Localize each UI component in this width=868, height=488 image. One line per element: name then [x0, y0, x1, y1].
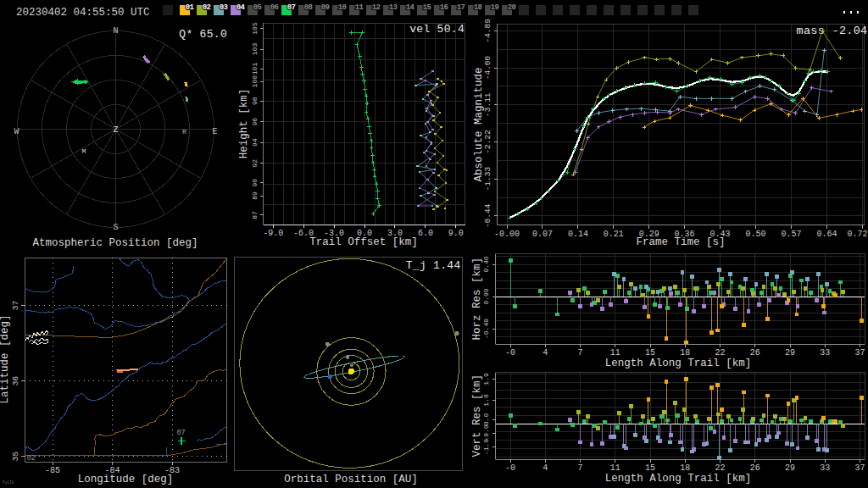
svg-text:Absolute Magnitude: Absolute Magnitude: [473, 67, 485, 181]
svg-text:Q* 65.0: Q* 65.0: [179, 28, 227, 41]
svg-text:15: 15: [423, 3, 431, 12]
svg-text:Vert Res [km]: Vert Res [km]: [471, 374, 483, 458]
svg-text:15: 15: [645, 348, 655, 358]
svg-text:96: 96: [251, 118, 259, 126]
svg-text:vel 50.4: vel 50.4: [409, 23, 465, 36]
svg-text:11: 11: [610, 348, 620, 358]
svg-text:0.72: 0.72: [847, 230, 867, 239]
svg-text:1.0: 1.0: [482, 394, 490, 407]
svg-text:33: 33: [820, 348, 830, 358]
svg-text:Z: Z: [113, 125, 118, 135]
svg-text:9.0: 9.0: [448, 229, 464, 238]
svg-text:07: 07: [176, 429, 185, 437]
svg-text:20230402 04:55:50 UTC: 20230402 04:55:50 UTC: [16, 7, 150, 19]
svg-text:87: 87: [251, 211, 259, 219]
svg-text:-85: -85: [45, 466, 60, 475]
svg-text:101: 101: [251, 63, 259, 75]
svg-text:18: 18: [474, 3, 482, 12]
svg-text:15: 15: [645, 463, 655, 473]
svg-text:E: E: [212, 127, 217, 136]
svg-text:14: 14: [406, 3, 415, 12]
svg-text:05: 05: [253, 3, 262, 12]
svg-text:90: 90: [251, 179, 259, 187]
svg-text:37: 37: [854, 463, 865, 473]
svg-text:0.21: 0.21: [604, 230, 624, 239]
svg-text:33: 33: [820, 463, 830, 473]
svg-text:7: 7: [578, 348, 583, 358]
svg-text:1.9: 1.9: [482, 373, 490, 385]
svg-text:Height [km]: Height [km]: [238, 89, 250, 159]
svg-text:4: 4: [542, 348, 548, 358]
svg-text:03: 03: [220, 3, 228, 12]
svg-text:22: 22: [715, 463, 725, 473]
svg-text:02: 02: [203, 3, 211, 12]
svg-text:Longitude [deg]: Longitude [deg]: [78, 474, 174, 485]
svg-text:0.50: 0.50: [745, 230, 765, 239]
svg-text:13: 13: [389, 3, 398, 12]
svg-text:FyLIG: FyLIG: [3, 480, 14, 485]
svg-text:-0.40: -0.40: [482, 319, 490, 339]
svg-text:-0.44: -0.44: [483, 203, 492, 228]
svg-text:0.0: 0.0: [482, 413, 490, 426]
svg-text:37: 37: [854, 348, 865, 358]
svg-text:N: N: [113, 26, 118, 36]
svg-text:S: S: [113, 223, 118, 232]
svg-text:Length Along Trail [km]: Length Along Trail [km]: [605, 473, 752, 485]
svg-text:M: M: [82, 147, 86, 155]
svg-text:18: 18: [680, 348, 690, 358]
svg-text:103: 103: [251, 43, 259, 56]
svg-text:94: 94: [251, 138, 259, 147]
svg-text:Length Along Trail [km]: Length Along Trail [km]: [605, 358, 752, 369]
svg-text:0.00: 0.00: [482, 288, 490, 304]
svg-text:-4.89: -4.89: [483, 19, 492, 43]
svg-text:17: 17: [457, 3, 465, 12]
svg-text:29: 29: [785, 348, 795, 358]
svg-text:Atmospheric Position [deg]: Atmospheric Position [deg]: [32, 237, 198, 249]
svg-text:0.14: 0.14: [568, 230, 588, 239]
svg-text:R: R: [182, 128, 186, 136]
svg-text:Trail Offset [km]: Trail Offset [km]: [309, 236, 418, 248]
svg-text:100: 100: [251, 75, 259, 88]
svg-text:09: 09: [321, 3, 330, 12]
svg-text:04: 04: [236, 3, 246, 12]
svg-text:6.0: 6.0: [418, 229, 433, 238]
svg-text:0.57: 0.57: [781, 230, 801, 239]
svg-text:Frame Time [s]: Frame Time [s]: [636, 236, 725, 248]
svg-text:0.64: 0.64: [816, 230, 837, 239]
svg-text:-9.0: -9.0: [263, 229, 283, 238]
svg-text:Orbital Position [AU]: Orbital Position [AU]: [284, 474, 418, 485]
svg-text:11: 11: [610, 463, 620, 473]
svg-text:02: 02: [26, 454, 35, 463]
svg-text:-0.00: -0.00: [494, 230, 520, 239]
svg-text:36: 36: [11, 376, 20, 386]
svg-text:T_j 1.44: T_j 1.44: [406, 259, 461, 272]
svg-text:98: 98: [251, 97, 259, 105]
svg-text:26: 26: [750, 348, 760, 358]
svg-text:12: 12: [372, 3, 381, 12]
svg-text:-0.0: -0.0: [482, 424, 490, 441]
svg-text:-0: -0: [505, 348, 515, 358]
svg-text:W: W: [14, 127, 19, 136]
svg-text:-0: -0: [505, 463, 515, 473]
svg-text:29: 29: [785, 463, 795, 473]
svg-text:0.40: 0.40: [482, 256, 490, 272]
svg-text:19: 19: [491, 3, 499, 12]
svg-text:07: 07: [287, 3, 296, 12]
svg-text:4: 4: [542, 463, 548, 473]
svg-text:10: 10: [338, 3, 347, 12]
svg-text:35: 35: [11, 452, 20, 462]
svg-text:7: 7: [578, 463, 583, 473]
svg-text:01: 01: [186, 3, 195, 12]
svg-text:Horz Res [km]: Horz Res [km]: [471, 258, 483, 341]
svg-text:89: 89: [251, 191, 259, 200]
svg-text:11: 11: [355, 3, 364, 12]
svg-text:0.07: 0.07: [532, 230, 553, 239]
svg-text:Latitude [deg]: Latitude [deg]: [0, 314, 11, 403]
svg-text:22: 22: [715, 348, 725, 358]
svg-text:-1.0: -1.0: [482, 439, 490, 455]
svg-text:06: 06: [270, 3, 279, 12]
svg-text:08: 08: [304, 3, 313, 12]
svg-text:37: 37: [11, 301, 20, 310]
svg-text:16: 16: [440, 3, 448, 12]
svg-text:mass -2.04: mass -2.04: [796, 25, 867, 37]
